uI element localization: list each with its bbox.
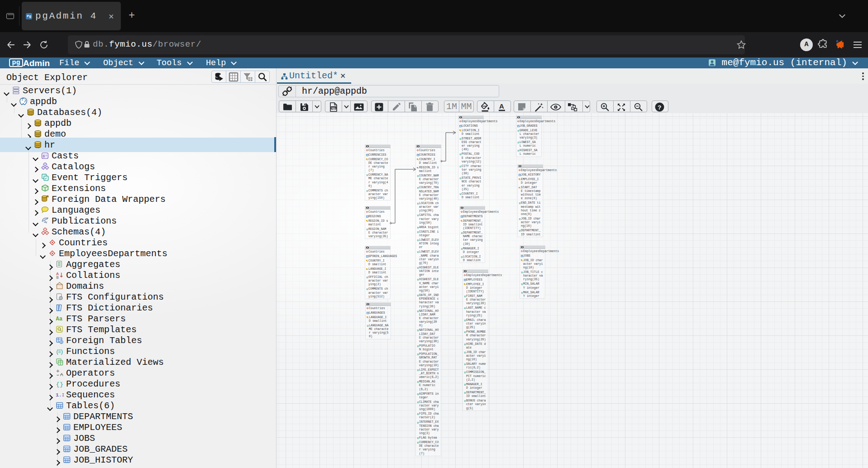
svg-text:?: ? <box>658 105 661 111</box>
svg-text:A: A <box>499 102 504 110</box>
svg-text:SQL: SQL <box>331 107 336 110</box>
